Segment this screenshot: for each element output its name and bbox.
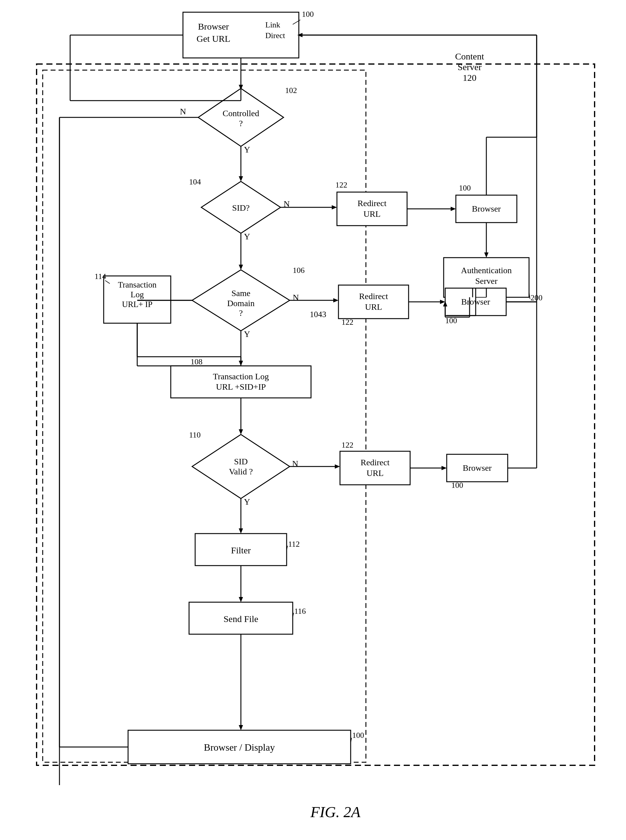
ref-100-top: 100 — [302, 10, 314, 19]
svg-text:Server: Server — [458, 62, 482, 72]
svg-rect-76 — [340, 451, 410, 485]
svg-text:Redirect: Redirect — [361, 458, 390, 467]
svg-text:?: ? — [239, 119, 243, 128]
content-server-label: Content — [455, 51, 485, 61]
svg-text:Domain: Domain — [227, 299, 255, 308]
ref-110: 110 — [189, 430, 200, 440]
svg-text:Controlled: Controlled — [222, 108, 259, 118]
svg-text:URL: URL — [363, 209, 380, 219]
ref-104: 104 — [189, 177, 201, 186]
svg-marker-26 — [451, 207, 456, 211]
svg-text:Transaction Log: Transaction Log — [213, 372, 269, 381]
svg-rect-53 — [338, 285, 408, 319]
y-sid-valid: Y — [244, 497, 250, 507]
ref-114: 114 — [94, 272, 106, 281]
svg-text:Link: Link — [265, 20, 280, 29]
svg-rect-22 — [337, 192, 407, 225]
ref-100-bot: 100 — [451, 481, 463, 490]
svg-marker-19 — [332, 205, 337, 210]
svg-text:SID: SID — [234, 457, 247, 466]
ref-102: 102 — [285, 86, 297, 95]
svg-text:Get URL: Get URL — [197, 34, 230, 44]
svg-text:Browser: Browser — [463, 463, 492, 472]
browser-top-label: Browser — [198, 21, 229, 31]
svg-text:URL: URL — [365, 302, 382, 311]
svg-marker-103 — [239, 725, 243, 730]
svg-text:URL+ IP: URL+ IP — [122, 300, 152, 309]
ref-100-display: 100 — [352, 731, 364, 740]
svg-text:Authentication: Authentication — [461, 266, 512, 275]
svg-rect-0 — [37, 64, 595, 765]
svg-text:Redirect: Redirect — [359, 291, 388, 301]
ref-106: 106 — [293, 266, 305, 275]
ref-116: 116 — [294, 607, 306, 616]
figure-label: FIG. 2A — [310, 803, 360, 820]
ref-112: 112 — [288, 540, 300, 549]
ref-122-top: 122 — [335, 180, 347, 189]
svg-text:Send File: Send File — [224, 614, 258, 624]
svg-text:Transaction: Transaction — [118, 280, 157, 289]
ref-100-auth-top: 100 — [459, 183, 471, 192]
ref-122-mid: 122 — [341, 318, 354, 327]
svg-text:Valid ?: Valid ? — [229, 467, 253, 476]
diagram: Browser Get URL Link Direct 100 Controll… — [0, 0, 626, 840]
svg-text:SID?: SID? — [232, 203, 250, 213]
svg-text:?: ? — [239, 308, 243, 318]
svg-marker-69 — [192, 435, 290, 499]
svg-marker-68 — [239, 429, 243, 435]
svg-text:Log: Log — [130, 290, 144, 299]
svg-marker-42 — [333, 298, 338, 302]
ref-122-bot: 122 — [341, 441, 354, 449]
svg-text:Browser / Display: Browser / Display — [204, 742, 275, 753]
svg-marker-98 — [239, 597, 243, 602]
svg-marker-73 — [335, 465, 340, 469]
y-sid-top: Y — [244, 232, 250, 241]
svg-text:Browser: Browser — [472, 204, 501, 213]
svg-text:120: 120 — [463, 73, 477, 83]
svg-text:Same: Same — [232, 288, 250, 298]
svg-marker-75 — [239, 529, 243, 533]
svg-marker-30 — [484, 252, 488, 258]
ref-108: 108 — [191, 357, 202, 366]
svg-text:Redirect: Redirect — [358, 199, 387, 208]
svg-marker-80 — [441, 466, 447, 470]
n-controlled: N — [180, 107, 186, 116]
svg-text:Filter: Filter — [231, 545, 251, 555]
svg-text:1043: 1043 — [310, 310, 326, 319]
svg-text:URL: URL — [366, 468, 383, 478]
svg-text:URL +SID+IP: URL +SID+IP — [216, 382, 266, 391]
y-same-domain: Y — [244, 329, 250, 339]
y-controlled: Y — [244, 145, 250, 154]
svg-marker-15 — [239, 176, 243, 181]
svg-rect-1 — [43, 70, 366, 762]
svg-text:Server: Server — [475, 276, 498, 286]
svg-text:Direct: Direct — [265, 31, 285, 40]
svg-marker-21 — [239, 264, 243, 270]
